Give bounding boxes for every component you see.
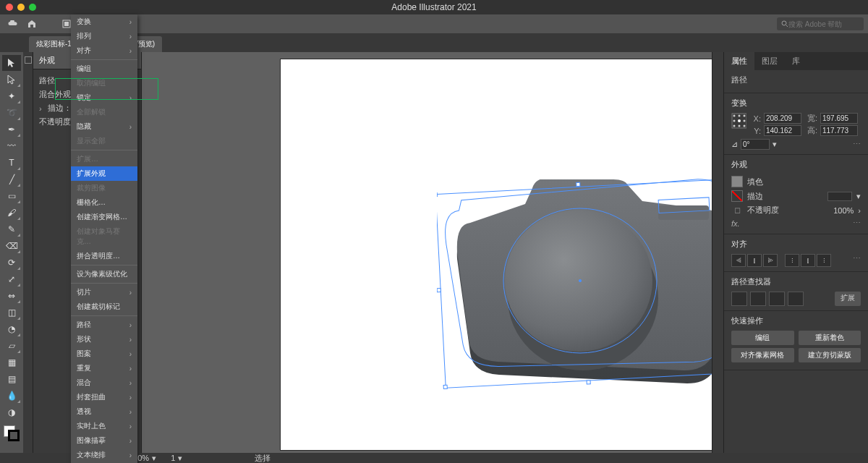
line-tool[interactable]: ╱	[2, 171, 21, 187]
menu-item[interactable]: 文本绕排	[71, 448, 137, 462]
menu-item[interactable]: 扩展外观	[71, 166, 137, 181]
stroke-swatch[interactable]	[731, 190, 743, 202]
width-tool[interactable]: ⇔	[2, 288, 21, 304]
search-icon	[781, 20, 788, 27]
svg-point-27	[739, 125, 741, 127]
menu-item[interactable]: 实时上色	[71, 419, 137, 433]
tab-layers[interactable]: 图层	[754, 52, 785, 70]
qa-clipmask[interactable]: 建立剪切蒙版	[799, 348, 861, 362]
menu-item[interactable]: 编组	[71, 61, 137, 76]
svg-point-20	[733, 115, 736, 117]
gradient-tool[interactable]: ▤	[2, 371, 21, 387]
menu-item[interactable]: 创建渐变网格…	[71, 210, 137, 224]
close-window[interactable]	[6, 4, 13, 11]
menu-item[interactable]: 形状	[71, 332, 137, 347]
menu-item[interactable]: 对齐	[71, 43, 137, 58]
free-transform-tool[interactable]: ◫	[2, 305, 21, 320]
help-search-input[interactable]	[788, 20, 854, 28]
pathfinder-minus[interactable]	[750, 292, 766, 306]
menu-item[interactable]: 创建对象马赛克…	[71, 224, 137, 249]
shape-builder-tool[interactable]: ◔	[2, 321, 21, 337]
home-icon[interactable]	[23, 17, 41, 31]
align-left[interactable]: ⫷	[731, 254, 746, 267]
mesh-tool[interactable]: ▦	[2, 354, 21, 370]
stroke-weight-input[interactable]	[827, 192, 852, 201]
panel-icon[interactable]	[25, 56, 32, 64]
artwork-camera[interactable]	[441, 179, 712, 396]
align-hcenter[interactable]: ⫿	[747, 254, 762, 267]
menu-item[interactable]: 设为像素级优化	[71, 267, 137, 281]
rectangle-tool[interactable]: ▭	[2, 188, 21, 204]
canvas[interactable]	[142, 52, 712, 453]
blend-tool[interactable]: ◑	[2, 404, 21, 420]
menu-item[interactable]: 扩展…	[71, 152, 137, 166]
fill-swatch[interactable]	[731, 176, 743, 187]
menu-item[interactable]: 路径	[71, 318, 137, 332]
menu-item[interactable]: 创建裁切标记	[71, 300, 137, 314]
minimize-window[interactable]	[17, 4, 25, 11]
transform-section: 变换 X: 宽: Y: 高: ⊿ ▾ ⋯	[724, 93, 868, 155]
type-tool[interactable]: T	[2, 155, 21, 171]
eyedropper-tool[interactable]: 💧	[2, 388, 21, 404]
menu-item[interactable]: 重复	[71, 361, 137, 375]
svg-point-24	[738, 119, 741, 122]
menu-item[interactable]: 混合	[71, 375, 137, 390]
paintbrush-tool[interactable]: 🖌	[2, 205, 21, 221]
menu-item[interactable]: 拼合透明度…	[71, 249, 137, 263]
right-dock[interactable]	[712, 52, 723, 453]
fill-stroke-swatch[interactable]	[4, 425, 20, 441]
pathfinder-exclude[interactable]	[788, 292, 804, 306]
menu-item[interactable]: 栅格化…	[71, 195, 137, 210]
menu-item[interactable]: 全部解锁	[71, 105, 137, 119]
pathfinder-expand[interactable]: 扩展	[835, 292, 861, 306]
magic-wand-tool[interactable]: ✦	[2, 88, 21, 104]
menu-item[interactable]: 图像描摹	[71, 433, 137, 448]
titlebar: Adobe Illustrator 2021	[0, 0, 868, 14]
svg-rect-4	[658, 205, 709, 220]
artboard-nav[interactable]: 1	[171, 454, 175, 462]
svg-point-22	[744, 115, 746, 117]
align-vcenter[interactable]: ⫿	[801, 254, 815, 267]
transform-x-input[interactable]	[764, 113, 801, 124]
menu-item[interactable]: 裁剪图像	[71, 181, 137, 195]
qa-recolor[interactable]: 重新着色	[799, 331, 861, 345]
pathfinder-unite[interactable]	[731, 292, 747, 306]
menu-item[interactable]: 锁定	[71, 90, 137, 105]
scale-tool[interactable]: ⤢	[2, 271, 21, 287]
direct-selection-tool[interactable]	[2, 72, 21, 88]
rotate-tool[interactable]: ⟳	[2, 255, 21, 271]
shaper-tool[interactable]: ✎	[2, 221, 21, 237]
qa-group[interactable]: 编组	[731, 331, 794, 345]
cloud-icon[interactable]	[4, 17, 22, 31]
help-search[interactable]	[777, 17, 864, 30]
transform-angle-input[interactable]	[741, 139, 770, 150]
menu-item[interactable]: 图案	[71, 347, 137, 361]
menu-item[interactable]: 切片	[71, 285, 137, 300]
align-bottom[interactable]: ⫶	[817, 254, 831, 267]
tab-properties[interactable]: 属性	[724, 52, 754, 70]
perspective-tool[interactable]: ▱	[2, 338, 21, 354]
menu-item[interactable]: 透视	[71, 404, 137, 419]
curvature-tool[interactable]: 〰	[2, 138, 21, 154]
qa-pixel-align[interactable]: 对齐像素网格	[731, 348, 794, 362]
tab-libraries[interactable]: 库	[785, 52, 807, 70]
menu-item[interactable]: 隐藏	[71, 119, 137, 134]
align-right[interactable]: ⫸	[763, 254, 778, 267]
maximize-window[interactable]	[29, 4, 36, 11]
transform-y-input[interactable]	[764, 125, 801, 136]
menu-item[interactable]: 变换	[71, 14, 137, 29]
transform-h-input[interactable]	[820, 125, 858, 136]
menu-item[interactable]: 封套扭曲	[71, 390, 137, 404]
svg-point-2	[782, 21, 786, 25]
align-top[interactable]: ⫶	[785, 254, 799, 267]
reference-point-icon[interactable]	[731, 113, 746, 129]
eraser-tool[interactable]: ⌫	[2, 238, 21, 254]
menu-item[interactable]: 显示全部	[71, 134, 137, 148]
lasso-tool[interactable]: ➰	[2, 105, 21, 121]
menu-item[interactable]: 排列	[71, 29, 137, 43]
menu-item[interactable]: 取消编组	[71, 76, 137, 90]
pen-tool[interactable]: ✒	[2, 122, 21, 137]
pathfinder-intersect[interactable]	[769, 292, 785, 306]
transform-w-input[interactable]	[820, 113, 858, 124]
selection-tool[interactable]	[2, 55, 21, 71]
